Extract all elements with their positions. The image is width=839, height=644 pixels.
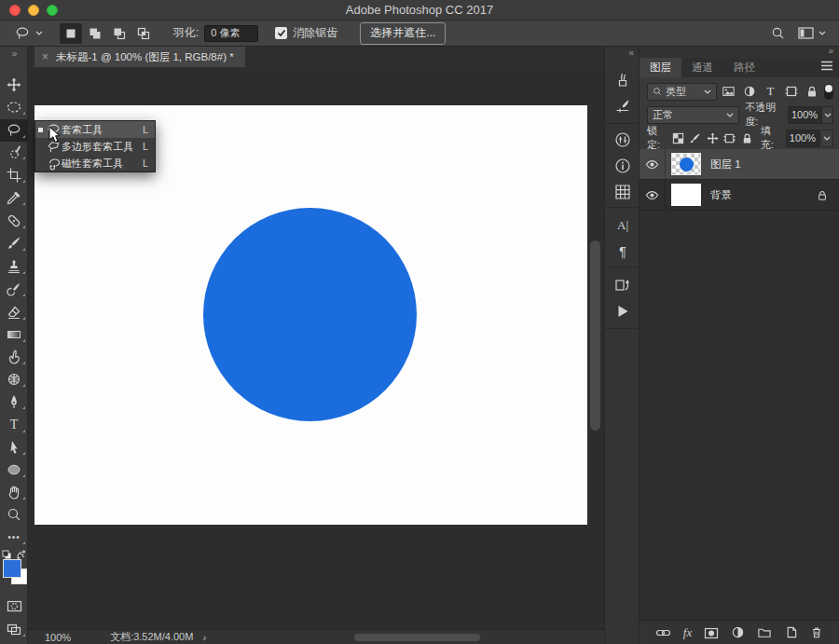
add-mask-icon[interactable] xyxy=(704,625,719,640)
character-panel-button[interactable]: A| xyxy=(612,214,634,237)
workspace-switcher[interactable] xyxy=(798,27,826,39)
filter-type-layers-button[interactable]: T xyxy=(762,83,780,101)
tool-history-brush[interactable] xyxy=(0,278,28,300)
filter-smart-objects-button[interactable] xyxy=(804,83,822,101)
new-layer-icon[interactable] xyxy=(784,625,798,639)
intersect-selection-button[interactable] xyxy=(132,23,155,44)
delete-layer-icon[interactable] xyxy=(810,625,823,639)
brush-settings-icon xyxy=(614,98,631,115)
tool-eyedropper[interactable] xyxy=(0,186,28,209)
filter-toggle-switch[interactable] xyxy=(824,84,833,100)
tab-layers[interactable]: 图层 xyxy=(640,58,681,77)
play-icon xyxy=(614,303,631,320)
tool-move[interactable] xyxy=(0,74,28,96)
panel-menu-icon[interactable] xyxy=(820,61,833,71)
menu-item-label: 套索工具 xyxy=(62,123,143,137)
adjustments-panel-button[interactable] xyxy=(612,129,634,151)
feather-input[interactable]: 0 像素 xyxy=(204,25,258,42)
tool-hand[interactable] xyxy=(0,481,28,503)
document-tab[interactable]: × 未标题-1 @ 100% (图层 1, RGB/8#) * xyxy=(34,47,245,67)
status-options-chevron[interactable]: › xyxy=(202,632,206,643)
layer-row-background[interactable]: 背景 xyxy=(640,180,839,211)
fill-field[interactable]: 100% xyxy=(786,130,820,147)
zoom-level-field[interactable]: 100% xyxy=(45,632,71,643)
tool-zoom[interactable] xyxy=(0,503,28,526)
tool-dodge[interactable] xyxy=(0,368,28,391)
layer-row-1[interactable]: 图层 1 xyxy=(640,149,839,180)
fill-chevron-button[interactable] xyxy=(822,130,833,147)
tool-pen[interactable] xyxy=(0,391,28,413)
layer-thumbnail[interactable] xyxy=(671,184,701,206)
close-tab-icon[interactable]: × xyxy=(42,50,48,63)
search-icon[interactable] xyxy=(771,26,785,40)
brushes-panel-button[interactable] xyxy=(612,69,634,91)
lock-all-button[interactable] xyxy=(739,130,755,147)
brush-settings-panel-button[interactable] xyxy=(612,95,634,117)
antialias-checkbox[interactable] xyxy=(275,27,287,39)
lock-position-button[interactable] xyxy=(705,130,721,147)
adjustment-layer-icon[interactable] xyxy=(731,625,745,639)
paragraph-panel-button[interactable]: ¶ xyxy=(612,240,634,263)
tab-channels[interactable]: 通道 xyxy=(681,58,723,77)
actions-panel-button[interactable] xyxy=(612,300,634,322)
menu-item-magnetic-lasso[interactable]: 磁性套索工具 L xyxy=(35,155,155,171)
lock-artboard-button[interactable] xyxy=(722,130,738,147)
tool-marquee[interactable] xyxy=(0,96,28,118)
tool-clone-stamp[interactable] xyxy=(0,255,28,278)
tab-paths[interactable]: 路径 xyxy=(723,58,765,77)
horizontal-scrollbar[interactable] xyxy=(354,634,480,641)
fill-label: 填充: xyxy=(761,124,782,152)
subtract-selection-button[interactable] xyxy=(108,23,131,44)
expand-panels-chevron[interactable]: « xyxy=(628,48,634,58)
new-selection-button[interactable] xyxy=(60,23,82,44)
strip-separator xyxy=(605,267,640,267)
vertical-scrollbar[interactable] xyxy=(590,240,600,431)
tool-gradient[interactable] xyxy=(0,323,28,346)
active-tool-preset[interactable] xyxy=(13,26,43,41)
link-layers-icon[interactable] xyxy=(655,625,671,640)
tool-quick-selection[interactable] xyxy=(0,141,28,163)
tools-collapse-chevron[interactable]: » xyxy=(0,48,28,59)
tool-smudge[interactable] xyxy=(0,346,28,368)
check-icon xyxy=(277,29,286,37)
tool-shape[interactable] xyxy=(0,459,28,481)
tool-path-selection[interactable] xyxy=(0,436,28,459)
visibility-toggle[interactable] xyxy=(640,180,666,210)
collapsed-panels-strip: « A| ¶ xyxy=(604,47,640,644)
tool-eraser[interactable] xyxy=(0,301,28,323)
layer-style-icon[interactable]: fx xyxy=(683,625,692,640)
tool-healing-brush[interactable] xyxy=(0,210,28,232)
adjustments-icon xyxy=(614,131,631,148)
foreground-color-swatch[interactable] xyxy=(3,559,21,578)
filter-shape-layers-button[interactable] xyxy=(782,83,801,101)
new-group-icon[interactable] xyxy=(757,625,772,639)
filter-adjustment-layers-button[interactable] xyxy=(740,83,759,101)
lock-transparency-button[interactable] xyxy=(670,130,686,147)
layer-filter-row: 类型 T xyxy=(640,82,839,101)
blend-mode-dropdown[interactable]: 正常 xyxy=(647,106,739,124)
collapse-panel-chevron[interactable]: » xyxy=(828,46,833,56)
visibility-toggle[interactable] xyxy=(640,149,666,179)
layer-name[interactable]: 图层 1 xyxy=(710,158,741,171)
tool-type[interactable]: T xyxy=(0,414,28,436)
screen-mode-button[interactable] xyxy=(0,618,28,640)
filter-type-dropdown[interactable]: 类型 xyxy=(647,83,717,101)
history-panel-button[interactable] xyxy=(612,274,634,296)
quick-mask-button[interactable] xyxy=(0,595,28,617)
tool-more-ellipsis[interactable]: ••• xyxy=(0,526,28,548)
select-and-mask-button[interactable]: 选择并遮住... xyxy=(360,22,446,45)
layer-thumbnail[interactable] xyxy=(671,153,701,175)
opacity-chevron-button[interactable] xyxy=(822,106,833,124)
info-panel-button[interactable] xyxy=(612,155,634,177)
add-selection-button[interactable] xyxy=(84,23,106,44)
grid-icon xyxy=(614,184,631,200)
strip-separator xyxy=(605,328,640,329)
tool-brush[interactable] xyxy=(0,232,28,254)
tool-lasso[interactable] xyxy=(0,119,28,142)
lock-paint-button[interactable] xyxy=(688,130,704,147)
filter-pixel-layers-button[interactable] xyxy=(720,83,738,101)
opacity-field[interactable]: 100% xyxy=(788,106,822,124)
layer-name[interactable]: 背景 xyxy=(710,188,732,202)
tool-crop[interactable] xyxy=(0,164,28,186)
histogram-panel-button[interactable] xyxy=(612,181,634,203)
